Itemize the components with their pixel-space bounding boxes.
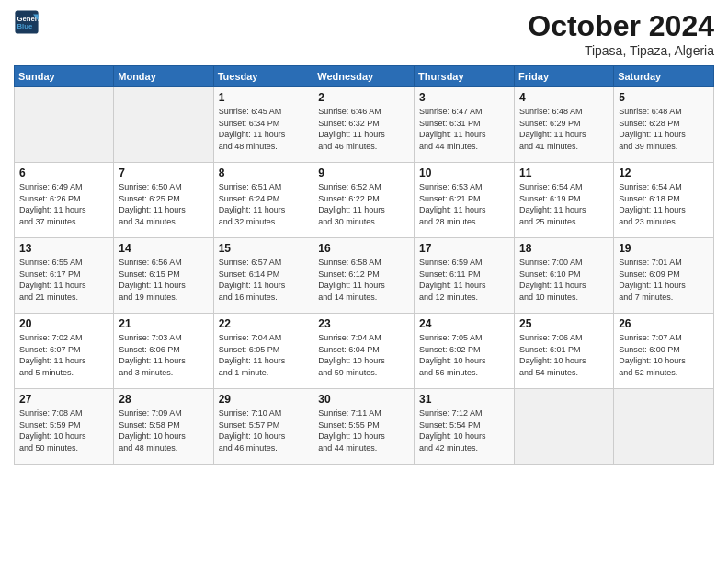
day-number: 7	[119, 167, 208, 179]
day-number: 6	[19, 167, 108, 179]
logo: General Blue	[14, 9, 40, 35]
day-number: 9	[318, 167, 409, 179]
calendar-cell: 3Sunrise: 6:47 AM Sunset: 6:31 PM Daylig…	[415, 87, 515, 163]
calendar-cell: 25Sunrise: 7:06 AM Sunset: 6:01 PM Dayli…	[515, 314, 614, 389]
week-row-5: 27Sunrise: 7:08 AM Sunset: 5:59 PM Dayli…	[15, 389, 714, 465]
day-number: 27	[19, 393, 108, 406]
day-info: Sunrise: 6:46 AM Sunset: 6:32 PM Dayligh…	[318, 106, 409, 152]
day-info: Sunrise: 6:48 AM Sunset: 6:29 PM Dayligh…	[519, 106, 609, 152]
col-thursday: Thursday	[415, 66, 515, 87]
calendar-cell: 20Sunrise: 7:02 AM Sunset: 6:07 PM Dayli…	[15, 314, 114, 389]
day-number: 31	[419, 393, 509, 406]
calendar-cell	[114, 87, 213, 163]
day-number: 8	[219, 167, 309, 179]
col-saturday: Saturday	[614, 66, 714, 87]
day-info: Sunrise: 7:02 AM Sunset: 6:07 PM Dayligh…	[19, 332, 108, 378]
day-number: 3	[419, 91, 509, 104]
col-wednesday: Wednesday	[313, 66, 415, 87]
day-number: 21	[119, 317, 208, 330]
day-number: 13	[19, 242, 108, 255]
day-info: Sunrise: 7:10 AM Sunset: 5:57 PM Dayligh…	[219, 408, 309, 454]
calendar-cell: 19Sunrise: 7:01 AM Sunset: 6:09 PM Dayli…	[614, 238, 714, 314]
day-number: 26	[619, 317, 709, 330]
day-number: 17	[419, 242, 509, 255]
day-info: Sunrise: 6:51 AM Sunset: 6:24 PM Dayligh…	[219, 181, 309, 227]
day-info: Sunrise: 6:54 AM Sunset: 6:19 PM Dayligh…	[519, 181, 609, 227]
day-number: 4	[519, 91, 609, 104]
day-number: 29	[219, 393, 309, 406]
day-number: 19	[619, 242, 709, 255]
calendar-cell: 15Sunrise: 6:57 AM Sunset: 6:14 PM Dayli…	[213, 238, 313, 314]
col-sunday: Sunday	[15, 66, 114, 87]
calendar-cell: 31Sunrise: 7:12 AM Sunset: 5:54 PM Dayli…	[415, 389, 515, 465]
calendar-cell: 26Sunrise: 7:07 AM Sunset: 6:00 PM Dayli…	[614, 314, 714, 389]
title-area: October 2024 Tipasa, Tipaza, Algeria	[528, 9, 714, 58]
day-number: 24	[419, 317, 509, 330]
day-info: Sunrise: 7:08 AM Sunset: 5:59 PM Dayligh…	[19, 408, 108, 454]
day-number: 5	[619, 91, 709, 104]
day-number: 22	[219, 317, 309, 330]
header-row: Sunday Monday Tuesday Wednesday Thursday…	[15, 66, 714, 87]
calendar-cell: 7Sunrise: 6:50 AM Sunset: 6:25 PM Daylig…	[114, 163, 213, 238]
calendar-cell: 1Sunrise: 6:45 AM Sunset: 6:34 PM Daylig…	[213, 87, 313, 163]
calendar-cell: 18Sunrise: 7:00 AM Sunset: 6:10 PM Dayli…	[515, 238, 614, 314]
day-number: 10	[419, 167, 509, 179]
calendar-cell: 4Sunrise: 6:48 AM Sunset: 6:29 PM Daylig…	[515, 87, 614, 163]
week-row-2: 6Sunrise: 6:49 AM Sunset: 6:26 PM Daylig…	[15, 163, 714, 238]
day-info: Sunrise: 6:52 AM Sunset: 6:22 PM Dayligh…	[318, 181, 409, 227]
header: General Blue October 2024 Tipasa, Tipaza…	[14, 9, 714, 58]
day-info: Sunrise: 6:59 AM Sunset: 6:11 PM Dayligh…	[419, 257, 509, 303]
day-info: Sunrise: 6:49 AM Sunset: 6:26 PM Dayligh…	[19, 181, 108, 227]
month-title: October 2024	[528, 9, 714, 43]
day-number: 16	[318, 242, 409, 255]
col-friday: Friday	[515, 66, 614, 87]
day-number: 28	[119, 393, 208, 406]
day-info: Sunrise: 7:01 AM Sunset: 6:09 PM Dayligh…	[619, 257, 709, 303]
day-number: 2	[318, 91, 409, 104]
calendar-cell	[614, 389, 714, 465]
calendar-cell: 27Sunrise: 7:08 AM Sunset: 5:59 PM Dayli…	[15, 389, 114, 465]
calendar-table: Sunday Monday Tuesday Wednesday Thursday…	[14, 65, 714, 465]
calendar-cell: 2Sunrise: 6:46 AM Sunset: 6:32 PM Daylig…	[313, 87, 415, 163]
day-number: 18	[519, 242, 609, 255]
day-number: 20	[19, 317, 108, 330]
calendar-cell: 14Sunrise: 6:56 AM Sunset: 6:15 PM Dayli…	[114, 238, 213, 314]
calendar-cell: 11Sunrise: 6:54 AM Sunset: 6:19 PM Dayli…	[515, 163, 614, 238]
week-row-4: 20Sunrise: 7:02 AM Sunset: 6:07 PM Dayli…	[15, 314, 714, 389]
calendar-cell: 22Sunrise: 7:04 AM Sunset: 6:05 PM Dayli…	[213, 314, 313, 389]
col-monday: Monday	[114, 66, 213, 87]
day-info: Sunrise: 7:03 AM Sunset: 6:06 PM Dayligh…	[119, 332, 208, 378]
day-info: Sunrise: 7:04 AM Sunset: 6:05 PM Dayligh…	[219, 332, 309, 378]
day-info: Sunrise: 6:54 AM Sunset: 6:18 PM Dayligh…	[619, 181, 709, 227]
calendar-cell	[15, 87, 114, 163]
location: Tipasa, Tipaza, Algeria	[528, 43, 714, 58]
day-number: 25	[519, 317, 609, 330]
calendar-cell: 21Sunrise: 7:03 AM Sunset: 6:06 PM Dayli…	[114, 314, 213, 389]
calendar-cell: 29Sunrise: 7:10 AM Sunset: 5:57 PM Dayli…	[213, 389, 313, 465]
calendar-cell: 10Sunrise: 6:53 AM Sunset: 6:21 PM Dayli…	[415, 163, 515, 238]
day-number: 15	[219, 242, 309, 255]
day-number: 30	[318, 393, 409, 406]
logo-icon: General Blue	[14, 9, 40, 35]
day-info: Sunrise: 6:58 AM Sunset: 6:12 PM Dayligh…	[318, 257, 409, 303]
day-info: Sunrise: 7:04 AM Sunset: 6:04 PM Dayligh…	[318, 332, 409, 378]
day-info: Sunrise: 6:45 AM Sunset: 6:34 PM Dayligh…	[219, 106, 309, 152]
day-number: 23	[318, 317, 409, 330]
calendar-cell: 28Sunrise: 7:09 AM Sunset: 5:58 PM Dayli…	[114, 389, 213, 465]
day-info: Sunrise: 7:11 AM Sunset: 5:55 PM Dayligh…	[318, 408, 409, 454]
calendar-cell: 23Sunrise: 7:04 AM Sunset: 6:04 PM Dayli…	[313, 314, 415, 389]
day-info: Sunrise: 7:05 AM Sunset: 6:02 PM Dayligh…	[419, 332, 509, 378]
day-info: Sunrise: 6:56 AM Sunset: 6:15 PM Dayligh…	[119, 257, 208, 303]
day-info: Sunrise: 6:50 AM Sunset: 6:25 PM Dayligh…	[119, 181, 208, 227]
calendar-cell: 13Sunrise: 6:55 AM Sunset: 6:17 PM Dayli…	[15, 238, 114, 314]
calendar-cell: 12Sunrise: 6:54 AM Sunset: 6:18 PM Dayli…	[614, 163, 714, 238]
day-info: Sunrise: 6:55 AM Sunset: 6:17 PM Dayligh…	[19, 257, 108, 303]
calendar-cell: 16Sunrise: 6:58 AM Sunset: 6:12 PM Dayli…	[313, 238, 415, 314]
svg-text:Blue: Blue	[17, 22, 33, 30]
calendar-cell: 9Sunrise: 6:52 AM Sunset: 6:22 PM Daylig…	[313, 163, 415, 238]
calendar-cell: 17Sunrise: 6:59 AM Sunset: 6:11 PM Dayli…	[415, 238, 515, 314]
day-info: Sunrise: 6:47 AM Sunset: 6:31 PM Dayligh…	[419, 106, 509, 152]
day-info: Sunrise: 7:09 AM Sunset: 5:58 PM Dayligh…	[119, 408, 208, 454]
week-row-1: 1Sunrise: 6:45 AM Sunset: 6:34 PM Daylig…	[15, 87, 714, 163]
day-info: Sunrise: 6:48 AM Sunset: 6:28 PM Dayligh…	[619, 106, 709, 152]
